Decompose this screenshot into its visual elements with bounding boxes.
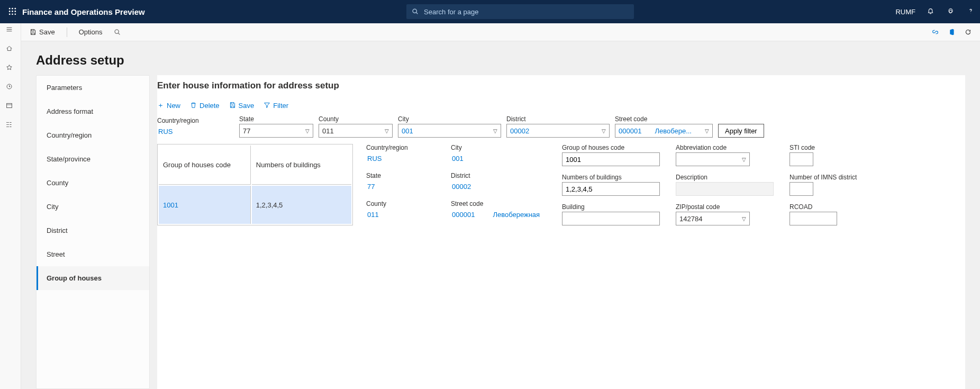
bell-icon[interactable] [925, 8, 936, 16]
state-combo[interactable]: 77▽ [239, 124, 313, 138]
chevron-down-icon: ▽ [742, 157, 746, 162]
nav-city[interactable]: City [37, 195, 149, 219]
user-label[interactable]: RUMF [895, 8, 915, 16]
abbr-combo[interactable]: ▽ [676, 152, 750, 166]
star-icon[interactable] [6, 64, 15, 73]
actionbar-search-icon[interactable] [114, 29, 121, 35]
f-country: RUS [366, 152, 435, 165]
options-button[interactable]: Options [79, 28, 103, 36]
delete-button[interactable]: Delete [190, 102, 220, 110]
new-button[interactable]: ＋New [157, 101, 180, 110]
f-streetcode: 000001 [451, 209, 476, 221]
district-label: District [506, 115, 610, 123]
nav-district[interactable]: District [37, 219, 149, 242]
city-combo[interactable]: 001▽ [398, 124, 501, 138]
nav-street[interactable]: Street [37, 242, 149, 266]
home-icon[interactable] [6, 44, 15, 54]
state-label: State [239, 115, 313, 123]
chevron-down-icon: ▽ [493, 128, 497, 134]
svg-point-14 [6, 124, 7, 125]
page-title: Address setup [21, 41, 980, 70]
f-state: 77 [366, 180, 435, 193]
search-input[interactable] [424, 8, 629, 16]
streetcode-label: Street code [615, 115, 713, 123]
svg-line-10 [416, 13, 418, 14]
plus-icon: ＋ [157, 101, 164, 110]
trash-icon [190, 102, 197, 110]
modules-icon[interactable] [6, 121, 15, 130]
svg-point-8 [14, 13, 16, 15]
imns-input[interactable] [790, 182, 813, 196]
svg-point-5 [14, 11, 16, 12]
chevron-down-icon: ▽ [602, 128, 606, 134]
detail-save-button[interactable]: Save [229, 102, 255, 110]
chevron-down-icon: ▽ [385, 128, 389, 134]
cell-group-code: 1001 [159, 186, 251, 224]
filter-row: Country/region RUS State 77▽ County 011▽… [157, 115, 965, 138]
top-nav: Finance and Operations Preview RUMF [0, 0, 980, 23]
recent-icon[interactable] [6, 83, 15, 92]
county-label: County [319, 115, 393, 123]
f-city: 001 [451, 152, 546, 165]
f-district: 00002 [451, 180, 546, 193]
county-combo[interactable]: 011▽ [319, 124, 393, 138]
building-input[interactable] [562, 212, 660, 225]
district-combo[interactable]: 00002▽ [506, 124, 610, 138]
waffle-icon[interactable] [4, 6, 20, 17]
country-label: Country/region [157, 117, 234, 124]
section-nav: Parameters Address format Country/region… [36, 75, 150, 389]
save-button[interactable]: Save [30, 28, 55, 36]
office-icon[interactable] [948, 28, 955, 36]
grid-col-group-code[interactable]: Group of houses code [159, 146, 251, 185]
side-rail [0, 23, 21, 389]
f-streetname: Левобережная [492, 209, 541, 221]
detail-toolbar: ＋New Delete Save Filter [157, 96, 965, 115]
svg-point-15 [6, 126, 7, 127]
cell-numbers: 1,2,3,4,5 [252, 186, 351, 224]
rcoad-input[interactable] [790, 212, 837, 225]
svg-point-7 [12, 13, 13, 15]
funnel-icon [264, 102, 270, 110]
nav-state[interactable]: State/province [37, 147, 149, 171]
svg-point-1 [12, 7, 13, 9]
svg-point-13 [6, 122, 7, 123]
svg-rect-12 [6, 103, 12, 107]
svg-point-4 [12, 11, 13, 12]
apply-filter-button[interactable]: Apply filter [718, 124, 764, 138]
hamburger-icon[interactable] [6, 25, 15, 35]
svg-line-17 [119, 33, 120, 35]
svg-point-2 [14, 7, 16, 9]
nav-parameters[interactable]: Parameters [37, 76, 149, 99]
nav-county[interactable]: County [37, 171, 149, 195]
workspace-icon[interactable] [6, 102, 15, 111]
city-label: City [398, 115, 501, 123]
nav-group-of-houses[interactable]: Group of houses [37, 266, 149, 290]
svg-point-9 [413, 9, 416, 13]
global-search[interactable] [406, 4, 634, 19]
streetcode-combo[interactable]: 000001 Левобере... ▽ [615, 124, 713, 138]
nav-address-format[interactable]: Address format [37, 99, 149, 123]
save-icon [229, 102, 236, 110]
description-input [676, 182, 774, 196]
filter-button[interactable]: Filter [264, 102, 288, 110]
svg-point-0 [8, 7, 10, 9]
svg-point-3 [8, 11, 10, 12]
grid-col-numbers[interactable]: Numbers of buildings [252, 146, 351, 185]
link-icon[interactable] [932, 28, 939, 36]
numbers-input[interactable] [562, 182, 660, 196]
svg-point-16 [115, 30, 119, 33]
zip-combo[interactable]: 142784▽ [676, 212, 750, 225]
sti-input[interactable] [790, 152, 813, 166]
gear-icon[interactable] [945, 8, 956, 16]
chevron-down-icon: ▽ [705, 128, 709, 134]
help-icon[interactable] [965, 8, 976, 16]
save-icon [30, 28, 37, 36]
chevron-down-icon: ▽ [742, 216, 746, 222]
action-bar: Save Options [21, 23, 980, 41]
table-row[interactable]: 1001 1,2,3,4,5 [159, 186, 351, 224]
f-county: 011 [366, 209, 435, 221]
nav-country[interactable]: Country/region [37, 123, 149, 147]
group-code-input[interactable] [562, 152, 660, 166]
detail-form: Country/regionRUS State77 County011 City… [366, 144, 857, 225]
refresh-icon[interactable] [965, 28, 972, 36]
